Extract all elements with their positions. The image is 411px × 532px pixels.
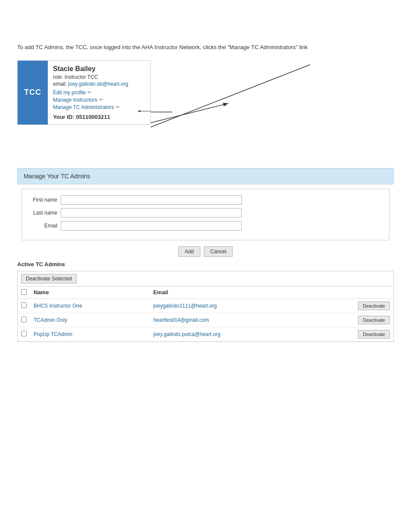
pencil-icon-edit: ✏ bbox=[87, 90, 91, 95]
row-checkbox-0[interactable] bbox=[21, 302, 27, 308]
your-id-value: 05110003211 bbox=[76, 114, 110, 120]
th-action bbox=[310, 286, 393, 299]
admins-table-wrapper: Deactivate Selected Name Email BHCS Inst bbox=[17, 271, 394, 342]
manage-tc-admins-link[interactable]: Manage TC Administrators ✏ bbox=[53, 104, 145, 110]
svg-line-0 bbox=[151, 103, 228, 123]
deactivate-button-0[interactable]: Deactivate bbox=[358, 302, 390, 310]
form-buttons: Add Cancel bbox=[17, 246, 394, 257]
row-email-link-2[interactable]: joey.galindo.putca@heart.org bbox=[153, 331, 221, 337]
manage-header: Manage Your TC Admins bbox=[17, 168, 394, 184]
row-checkbox-1[interactable] bbox=[21, 317, 27, 322]
row-checkbox-cell bbox=[18, 327, 30, 341]
th-email: Email bbox=[150, 286, 310, 299]
intro-text: To add TC Admins, the TCC, once logged i… bbox=[17, 43, 394, 52]
last-name-row: Last name bbox=[31, 208, 380, 218]
profile-email: email: joey.galindo.sb@heart.org bbox=[53, 81, 145, 87]
admins-table: Name Email BHCS Instructor One joeygalin… bbox=[18, 286, 393, 342]
table-row: TCAdmin Only hearttestl14@gmail.com Deac… bbox=[18, 313, 393, 327]
deactivate-selected-row: Deactivate Selected bbox=[18, 271, 393, 286]
row-deactivate-cell-1: Deactivate bbox=[310, 313, 393, 327]
last-name-label: Last name bbox=[31, 210, 61, 216]
table-row: BHCS Instructor One joeygalindo1111@hear… bbox=[18, 299, 393, 313]
row-name-link-0[interactable]: BHCS Instructor One bbox=[34, 303, 82, 309]
row-email-2: joey.galindo.putca@heart.org bbox=[150, 327, 310, 341]
profile-id: Your ID: 05110003211 bbox=[53, 114, 145, 120]
last-name-input[interactable] bbox=[61, 208, 242, 218]
select-all-checkbox[interactable] bbox=[21, 289, 27, 295]
row-email-1: hearttestl14@gmail.com bbox=[150, 313, 310, 327]
profile-role: role: Instructor TCC bbox=[53, 74, 145, 80]
deactivate-button-2[interactable]: Deactivate bbox=[358, 330, 390, 339]
th-checkbox bbox=[18, 286, 30, 299]
email-row: Email bbox=[31, 221, 380, 230]
cancel-button[interactable]: Cancel bbox=[204, 246, 233, 257]
row-deactivate-cell-0: Deactivate bbox=[310, 299, 393, 313]
email-label: Email bbox=[31, 223, 61, 229]
email-label: email: bbox=[53, 81, 67, 87]
email-input[interactable] bbox=[61, 221, 242, 230]
row-email-link-1[interactable]: hearttestl14@gmail.com bbox=[153, 317, 209, 323]
your-id-label: Your ID: bbox=[53, 114, 75, 120]
pencil-icon-instructors: ✏ bbox=[99, 97, 103, 103]
deactivate-selected-button[interactable]: Deactivate Selected bbox=[21, 274, 77, 283]
profile-name: Stacie Bailey bbox=[53, 65, 145, 73]
add-button[interactable]: Add bbox=[178, 246, 200, 257]
first-name-row: First name bbox=[31, 195, 380, 205]
table-header-row: Name Email bbox=[18, 286, 393, 299]
svg-line-3 bbox=[151, 65, 310, 127]
row-email-link-0[interactable]: joeygalindo1111@heart.org bbox=[153, 303, 217, 309]
profile-card: TCC Stacie Bailey role: Instructor TCC e… bbox=[17, 60, 151, 125]
table-row: PopUp TCAdmin joey.galindo.putca@heart.o… bbox=[18, 327, 393, 341]
tcc-badge: TCC bbox=[18, 61, 48, 124]
row-name-0: BHCS Instructor One bbox=[30, 299, 150, 313]
add-admin-form: First name Last name Email bbox=[22, 189, 389, 240]
diagram-area: TCC Stacie Bailey role: Instructor TCC e… bbox=[17, 60, 394, 155]
row-checkbox-2[interactable] bbox=[21, 331, 27, 336]
edit-profile-link[interactable]: Edit my profile ✏ bbox=[53, 90, 145, 96]
row-name-2: PopUp TCAdmin bbox=[30, 327, 150, 341]
tcc-label: TCC bbox=[24, 88, 41, 97]
deactivate-button-1[interactable]: Deactivate bbox=[358, 316, 390, 324]
manage-instructors-link[interactable]: Manage Instructors ✏ bbox=[53, 97, 145, 103]
first-name-input[interactable] bbox=[61, 195, 242, 205]
th-name: Name bbox=[30, 286, 150, 299]
row-name-link-2[interactable]: PopUp TCAdmin bbox=[34, 331, 72, 337]
pencil-icon-tc-admins: ✏ bbox=[116, 104, 120, 110]
manage-section: Manage Your TC Admins First name Last na… bbox=[17, 168, 394, 342]
row-checkbox-cell bbox=[18, 299, 30, 313]
profile-card-right: Stacie Bailey role: Instructor TCC email… bbox=[48, 61, 150, 124]
profile-email-link[interactable]: joey.galindo.sb@heart.org bbox=[68, 81, 128, 87]
row-deactivate-cell-2: Deactivate bbox=[310, 327, 393, 341]
active-tc-admins-title: Active TC Admins bbox=[17, 261, 394, 268]
row-checkbox-cell bbox=[18, 313, 30, 327]
first-name-label: First name bbox=[31, 197, 61, 203]
row-name-link-1[interactable]: TCAdmin Only bbox=[34, 317, 67, 323]
row-name-1: TCAdmin Only bbox=[30, 313, 150, 327]
row-email-0: joeygalindo1111@heart.org bbox=[150, 299, 310, 313]
